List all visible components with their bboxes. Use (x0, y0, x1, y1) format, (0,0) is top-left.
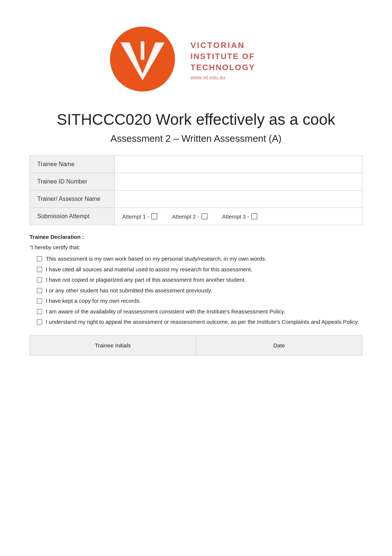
attempt-1-checkbox[interactable] (151, 213, 157, 219)
sub-title: Assessment 2 – Written Assessment (A) (30, 133, 362, 144)
vit-logo (109, 26, 176, 92)
declaration-list-item: I understand my right to appeal the asse… (37, 318, 362, 326)
svg-rect-3 (141, 41, 144, 60)
form-table: Trainee Name Trainee ID Number Trainer/ … (30, 155, 362, 225)
attempt-3-label: Attempt 3 - (222, 213, 249, 220)
bullet-icon (37, 256, 42, 261)
bullet-icon (37, 309, 42, 314)
logo-area: VICTORIAN INSTITUTE OF TECHNOLOGY www.vi… (30, 15, 362, 92)
declaration-list-item: I have not copied or plagiarized any par… (37, 276, 362, 284)
trainee-id-value[interactable] (115, 173, 362, 191)
submission-attempt-label: Submission Attempt (30, 208, 115, 225)
declaration-item-text: I have not copied or plagiarized any par… (46, 276, 246, 284)
page: VICTORIAN INSTITUTE OF TECHNOLOGY www.vi… (0, 0, 392, 556)
declaration-item-text: I have cited all sources and material us… (46, 265, 252, 274)
svg-text:TECHNOLOGY: TECHNOLOGY (190, 63, 255, 72)
declaration-item-text: I or any other student has not submitted… (46, 286, 212, 295)
trainee-name-value[interactable] (115, 156, 362, 173)
trainee-initials-label: Trainee Initials (95, 342, 131, 349)
declaration-section: Trainee Declaration : "I hereby certify … (30, 233, 362, 326)
attempt-2-checkbox[interactable] (202, 213, 207, 219)
trainer-name-value[interactable] (115, 191, 362, 208)
bullet-icon (37, 267, 42, 272)
declaration-item-text: This assessment is my own work based on … (46, 255, 267, 263)
svg-text:INSTITUTE OF: INSTITUTE OF (190, 52, 255, 61)
attempt-3: Attempt 3 - (222, 213, 257, 220)
declaration-list-item: I am aware of the availability of reasse… (37, 308, 362, 316)
attempt-3-checkbox[interactable] (251, 213, 257, 219)
trainee-initials-cell[interactable]: Trainee Initials (30, 335, 196, 355)
attempt-1-label: Attempt 1 - (122, 213, 149, 220)
trainee-name-label: Trainee Name (30, 156, 115, 173)
attempt-2-label: Attempt 2 - (172, 213, 199, 220)
trainee-name-row: Trainee Name (30, 156, 362, 173)
vit-text-logo: VICTORIAN INSTITUTE OF TECHNOLOGY www.vi… (187, 35, 283, 83)
bullet-icon (37, 298, 42, 303)
trainer-name-row: Trainer/ Assessor Name (30, 191, 362, 208)
declaration-intro: "I hereby certify that: (30, 243, 362, 252)
submission-attempt-row: Submission Attempt Attempt 1 - Attempt 2… (30, 208, 362, 225)
declaration-list-item: I have cited all sources and material us… (37, 265, 362, 274)
signature-table: Trainee Initials Date (30, 335, 362, 356)
title-section: SITHCCC020 Work effectively as a cook As… (30, 111, 362, 144)
bullet-icon (37, 319, 42, 325)
declaration-list-item: This assessment is my own work based on … (37, 255, 362, 263)
main-title: SITHCCC020 Work effectively as a cook (30, 111, 362, 128)
trainer-name-label: Trainer/ Assessor Name (30, 191, 115, 208)
svg-text:www.vit.edu.au: www.vit.edu.au (190, 75, 225, 80)
date-cell[interactable]: Date (196, 335, 362, 355)
declaration-list-item: I have kept a copy for my own records. (37, 297, 362, 305)
declaration-item-text: I understand my right to appeal the asse… (46, 318, 359, 326)
trainee-id-label: Trainee ID Number (30, 173, 115, 191)
declaration-list: This assessment is my own work based on … (30, 255, 362, 326)
svg-text:VICTORIAN: VICTORIAN (190, 41, 245, 50)
attempt-1: Attempt 1 - (122, 213, 157, 220)
declaration-title: Trainee Declaration : (30, 233, 362, 241)
declaration-item-text: I have kept a copy for my own records. (46, 297, 141, 305)
declaration-item-text: I am aware of the availability of reasse… (46, 308, 285, 316)
attempt-2: Attempt 2 - (172, 213, 207, 220)
submission-attempt-options: Attempt 1 - Attempt 2 - Attempt 3 - (115, 208, 362, 225)
declaration-list-item: I or any other student has not submitted… (37, 286, 362, 295)
date-label: Date (273, 342, 285, 349)
bullet-icon (37, 288, 42, 293)
trainee-id-row: Trainee ID Number (30, 173, 362, 191)
bullet-icon (37, 277, 42, 282)
